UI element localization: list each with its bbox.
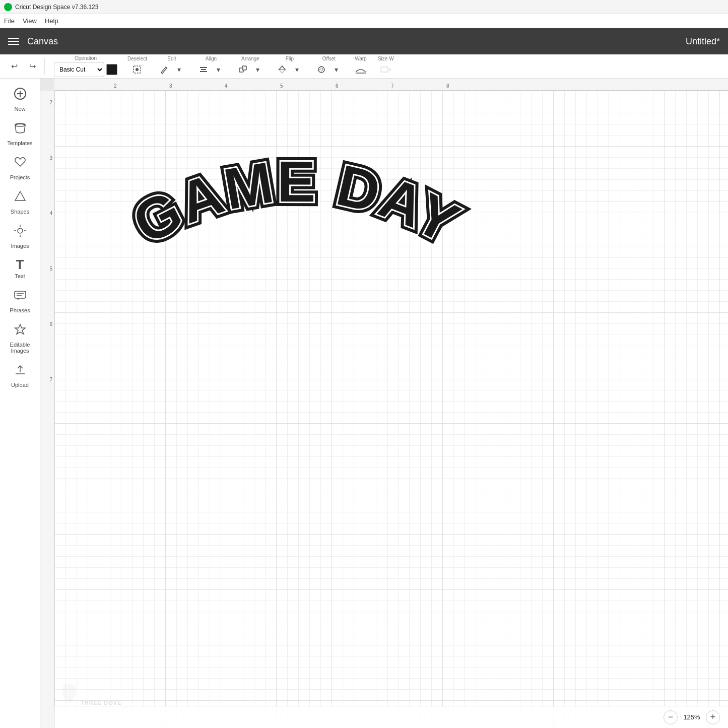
content: New Templates Projects <box>0 79 728 728</box>
warp-row <box>354 62 368 77</box>
zoom-level: 125% <box>682 713 702 721</box>
flip-row: ▾ <box>275 62 304 77</box>
svg-rect-11 <box>381 67 388 72</box>
header: Canvas Untitled* <box>0 28 728 54</box>
sidebar-item-phrases[interactable]: Phrases <box>2 284 38 317</box>
align-chevron[interactable]: ▾ <box>212 62 226 77</box>
new-icon <box>13 87 27 104</box>
ruler-lmark-7: 7 <box>49 377 52 382</box>
sidebar-item-upload[interactable]: Upload <box>2 359 38 392</box>
editable-images-label: Editable Images <box>4 342 36 354</box>
text-label: Text <box>15 273 25 279</box>
titlebar: Cricut Design Space v7.36.123 <box>0 0 728 14</box>
offset-button[interactable] <box>314 62 328 77</box>
images-icon <box>13 224 27 241</box>
svg-text:GAME DAY: GAME DAY <box>123 149 470 256</box>
upload-label: Upload <box>11 382 29 388</box>
warp-button[interactable] <box>354 62 368 77</box>
menu-view[interactable]: View <box>23 17 37 25</box>
operation-select-row: Basic Cut Draw Score Engrave <box>54 62 117 77</box>
sidebar-item-editable-images[interactable]: Editable Images <box>2 318 38 358</box>
operation-dropdown[interactable]: Basic Cut Draw Score Engrave <box>54 62 104 77</box>
sidebar: New Templates Projects <box>0 79 40 728</box>
deselect-button[interactable] <box>130 62 144 77</box>
images-label: Images <box>11 243 29 249</box>
gameday-container[interactable]: GAME DAY GAME DAY GAME DAY <box>95 141 498 294</box>
offset-chevron[interactable]: ▾ <box>329 62 344 77</box>
svg-point-8 <box>318 67 324 73</box>
app-container: Canvas Untitled* ↩ ↪ Operation Basic Cut… <box>0 28 728 728</box>
svg-rect-4 <box>200 71 207 72</box>
sidebar-item-shapes[interactable]: Shapes <box>2 185 38 219</box>
size-row <box>379 62 393 77</box>
warp-section: Warp <box>351 56 371 77</box>
hamburger-menu[interactable] <box>8 38 19 45</box>
redo-button[interactable]: ↪ <box>24 58 40 75</box>
size-section: Size W <box>375 56 397 77</box>
edit-row: ▾ <box>157 62 186 77</box>
svg-rect-6 <box>242 66 246 70</box>
edit-chevron[interactable]: ▾ <box>172 62 186 77</box>
sidebar-item-templates[interactable]: Templates <box>2 117 38 150</box>
gameday-svg: GAME DAY GAME DAY GAME DAY <box>100 141 493 292</box>
menu-file[interactable]: File <box>4 17 15 25</box>
toolbar: ↩ ↪ Operation Basic Cut Draw Score Engra… <box>0 54 728 79</box>
watermark-text: THREE DOVE <box>81 700 122 706</box>
arrange-label: Arrange <box>241 56 259 61</box>
svg-point-18 <box>18 228 23 233</box>
sidebar-item-images[interactable]: Images <box>2 220 38 253</box>
ruler-mark-6: 6 <box>336 83 339 89</box>
shapes-label: Shapes <box>11 209 29 215</box>
canvas-area[interactable]: 2 3 4 5 6 7 8 2 3 4 5 6 7 <box>40 79 728 728</box>
watermark: THREE DOVE <box>59 681 122 706</box>
sidebar-item-text[interactable]: T Text <box>2 254 38 283</box>
bottom-bar: − 125% + <box>54 706 728 728</box>
phrases-icon <box>13 288 27 305</box>
menubar: File View Help <box>0 14 728 28</box>
warp-label: Warp <box>355 56 367 61</box>
deselect-row <box>130 62 144 77</box>
ruler-mark-2: 2 <box>114 83 117 89</box>
zoom-out-button[interactable]: − <box>664 710 678 724</box>
undo-redo-group: ↩ ↪ <box>6 58 45 75</box>
edit-button[interactable] <box>157 62 171 77</box>
arrange-chevron[interactable]: ▾ <box>251 62 265 77</box>
flip-chevron[interactable]: ▾ <box>290 62 304 77</box>
ruler-mark-3: 3 <box>169 83 172 89</box>
ruler-mark-4: 4 <box>225 83 228 89</box>
editable-images-icon <box>13 322 27 340</box>
templates-label: Templates <box>7 140 32 146</box>
phrases-label: Phrases <box>10 307 30 313</box>
svg-point-9 <box>320 68 323 71</box>
arrange-section: Arrange ▾ <box>233 56 268 77</box>
ruler-mark-5: 5 <box>280 83 283 89</box>
projects-label: Projects <box>10 174 30 180</box>
sidebar-item-new[interactable]: New <box>2 83 38 116</box>
canvas-title: Canvas <box>27 36 58 47</box>
canvas-grid[interactable]: GAME DAY GAME DAY GAME DAY <box>54 91 728 728</box>
app-title: Cricut Design Space v7.36.123 <box>15 4 98 11</box>
sidebar-item-projects[interactable]: Projects <box>2 151 38 184</box>
flip-label: Flip <box>286 56 294 61</box>
shapes-icon <box>13 189 27 207</box>
offset-row: ▾ <box>314 62 344 77</box>
zoom-in-button[interactable]: + <box>706 710 720 724</box>
size-label: Size W <box>378 56 394 61</box>
undo-button[interactable]: ↩ <box>6 58 22 75</box>
edit-section: Edit ▾ <box>154 56 189 77</box>
flip-button[interactable] <box>275 62 289 77</box>
ruler-lmark-3: 3 <box>49 155 52 161</box>
deselect-label: Deselect <box>127 56 147 61</box>
ruler-top: 2 3 4 5 6 7 8 <box>54 79 728 91</box>
flip-section: Flip ▾ <box>272 56 307 77</box>
new-label: New <box>14 106 25 112</box>
projects-icon <box>13 155 27 172</box>
color-swatch[interactable] <box>106 64 117 75</box>
svg-point-1 <box>136 68 139 71</box>
align-row: ▾ <box>196 62 226 77</box>
align-button[interactable] <box>196 62 211 77</box>
upload-icon <box>13 363 27 380</box>
menu-help[interactable]: Help <box>45 17 58 25</box>
doc-title: Untitled* <box>686 36 720 47</box>
arrange-button[interactable] <box>236 62 250 77</box>
